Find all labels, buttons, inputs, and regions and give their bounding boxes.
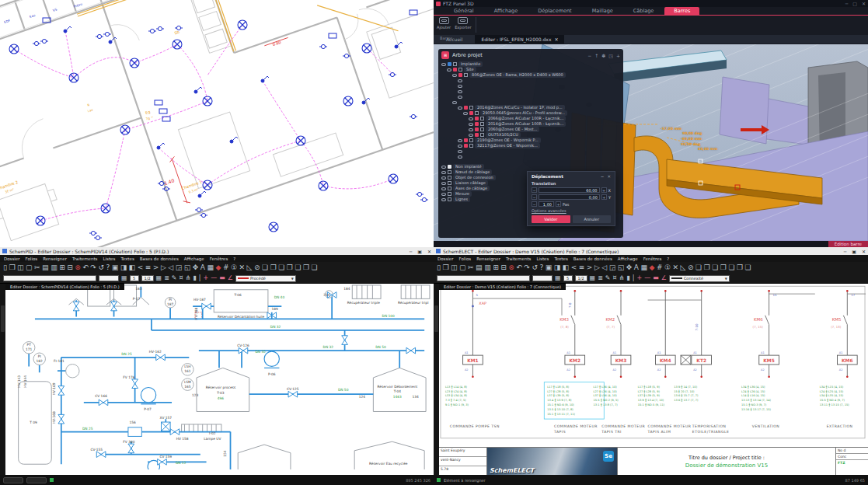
cursor-bar-icon[interactable]: ▮	[626, 275, 629, 281]
socket-symbol[interactable]	[103, 32, 111, 36]
probe-icon[interactable]: ⋔	[186, 275, 191, 281]
circuit-column[interactable]: KM2(7, 7)A1KM3A2L17 ╫ L36 (4, 10)L27 ╫ L…	[593, 290, 630, 406]
probe-icon[interactable]: ⋔	[619, 275, 625, 281]
copy-icon[interactable]: ▤	[42, 264, 49, 271]
circuit-column[interactable]: KM6(7, 15)A1KM5A2L34 ╫ L36 (4, 15)L24 ╫ …	[741, 290, 779, 411]
light-symbol[interactable]	[296, 136, 305, 145]
socket-symbol[interactable]	[200, 213, 207, 217]
tree-tool-icon-2[interactable]: ✽	[601, 53, 605, 58]
valve-symbol[interactable]	[128, 427, 141, 437]
window-4-icon[interactable]: ❐	[287, 264, 293, 271]
hide-icon[interactable]: ⊘	[254, 264, 260, 271]
valve-symbol[interactable]	[58, 414, 64, 424]
socket-symbol[interactable]	[420, 197, 428, 201]
folio-prev-icon[interactable]: ◨	[554, 264, 561, 271]
menu-fen-tres[interactable]: Fenêtres	[210, 256, 228, 261]
panel-symbol[interactable]	[162, 117, 170, 121]
zoom-b-field[interactable]: 1/2	[141, 275, 154, 281]
scale-input[interactable]	[532, 275, 553, 281]
window-5-icon[interactable]: ❏	[295, 264, 301, 271]
window-7-icon[interactable]: ❏	[745, 264, 751, 271]
grid-icon[interactable]: #	[657, 264, 663, 271]
socket-symbol[interactable]	[319, 44, 327, 48]
eye-icon[interactable]	[441, 193, 446, 196]
tree-item[interactable]: Non implanté	[441, 164, 620, 169]
redo-icon[interactable]: ↷	[90, 264, 96, 271]
guide-icon[interactable]: |	[633, 275, 635, 281]
menu-fen-tres[interactable]: Fenêtres	[643, 256, 662, 261]
pid-status-button-1[interactable]	[3, 477, 23, 483]
viewport-3d[interactable]: e. 50,00 mm-57,00 mm90,00 deg-89,00 mm90…	[434, 44, 868, 241]
socket-symbol[interactable]	[33, 41, 40, 45]
schemelect-window[interactable]: SchemELECT - Editer Dossier : Demo V15 (…	[434, 247, 868, 485]
folio-list-icon[interactable]: ≡	[579, 264, 585, 271]
erase-icon[interactable]: ✕	[239, 264, 246, 271]
cross-icon[interactable]: +	[203, 275, 208, 281]
marker-icon[interactable]: ◆	[650, 264, 655, 271]
pid-status-button-2[interactable]	[26, 477, 47, 483]
add-bar-button[interactable]: Ajouter	[437, 17, 451, 30]
lamp-icon[interactable]: ¤	[180, 275, 183, 281]
socket-symbol[interactable]	[156, 26, 164, 30]
increment-button[interactable]: +	[601, 194, 607, 200]
tree-tool-icon-0[interactable]: −	[587, 53, 591, 58]
decrement-button[interactable]: −	[532, 187, 537, 193]
menu-textes[interactable]: Textes	[120, 256, 134, 261]
save-icon[interactable]: ◫	[17, 264, 24, 271]
zoom-b-field[interactable]: 1/2	[575, 275, 587, 281]
checkbox[interactable]	[448, 165, 451, 169]
tree-item[interactable]: 29050.0645@zones AlCu - Profil anodow...	[441, 110, 620, 116]
circuit-column[interactable]: A1KM4A2L17 ╫ L18 (5, 9)L27 ╫ L28 (5, 9)L…	[638, 290, 675, 406]
checkbox[interactable]	[464, 106, 468, 110]
ruler-icon[interactable]: ≣	[598, 275, 603, 281]
pid-drawing-area[interactable]: Editer Dossier : SchemPIDV14 (Création) …	[5, 284, 434, 475]
window-6-icon[interactable]: ❐	[303, 264, 309, 271]
folio-next-icon[interactable]: ◧	[563, 264, 570, 271]
valve-symbol[interactable]	[170, 429, 180, 435]
light-symbol[interactable]	[203, 96, 212, 106]
switch-symbol[interactable]	[64, 26, 71, 33]
window-5-icon[interactable]: ❏	[728, 264, 734, 271]
switch-symbol[interactable]	[261, 76, 269, 82]
prev-icon[interactable]: <	[571, 264, 577, 271]
panel-symbol[interactable]	[329, 33, 336, 38]
selection-icon[interactable]: ▢	[26, 264, 33, 271]
menu-?[interactable]: ?	[667, 256, 669, 261]
tree-item[interactable]	[441, 148, 620, 154]
redo-icon[interactable]: ↷	[524, 264, 530, 271]
checkbox[interactable]	[469, 111, 473, 115]
new-file-icon[interactable]: ▯	[3, 264, 7, 271]
menu-traitements[interactable]: Traitements	[72, 256, 98, 261]
light-symbol[interactable]	[203, 180, 212, 190]
valve-symbol[interactable]	[58, 386, 64, 396]
tree-item[interactable]: 2060@Zones OE - Most...	[441, 127, 620, 132]
tree-item[interactable]: OU75X10S/2CU	[441, 132, 620, 138]
socket-symbol[interactable]	[416, 192, 424, 196]
tree-tool-icon-4[interactable]: +	[616, 53, 620, 58]
window-2-icon[interactable]: ❐	[704, 264, 710, 271]
eye-icon[interactable]	[469, 134, 473, 137]
cut-icon[interactable]: ✂	[468, 264, 474, 271]
close-icon[interactable]: ✕	[862, 1, 866, 6]
pencil-icon[interactable]: ✎	[605, 275, 611, 281]
schempid-window[interactable]: SchemPID - Editer Dossier : SchemPIDV14 …	[0, 247, 434, 485]
eye-icon[interactable]	[441, 171, 446, 174]
light-symbol[interactable]	[130, 58, 139, 68]
socket-symbol[interactable]	[389, 72, 396, 76]
ribbon-tab-maillage[interactable]: Maillage	[583, 7, 622, 15]
tree-item[interactable]	[441, 154, 620, 159]
eye-icon[interactable]	[441, 182, 446, 185]
floorplan-window[interactable]: T3EDFEauVSPrévuSbEg7g ~RLavChambre 23E m…	[0, 0, 434, 247]
info-icon[interactable]: ①	[664, 264, 671, 271]
valve-symbol[interactable]	[406, 347, 416, 354]
zoom-window-icon[interactable]: ◲	[609, 264, 616, 271]
tree-item[interactable]: 2066@Zones AlCubar 100R - Łącznik...	[441, 116, 620, 121]
eye-icon[interactable]	[469, 117, 473, 120]
info-icon[interactable]: ①	[231, 264, 237, 271]
menu-textes[interactable]: Textes	[554, 256, 567, 261]
print-preview-icon[interactable]: ⊟	[500, 264, 507, 271]
valve-symbol[interactable]	[342, 336, 348, 345]
open-folder-icon[interactable]: ❒	[9, 264, 15, 271]
scale-input[interactable]	[99, 275, 119, 281]
angle2-icon[interactable]: ∠	[661, 275, 667, 281]
